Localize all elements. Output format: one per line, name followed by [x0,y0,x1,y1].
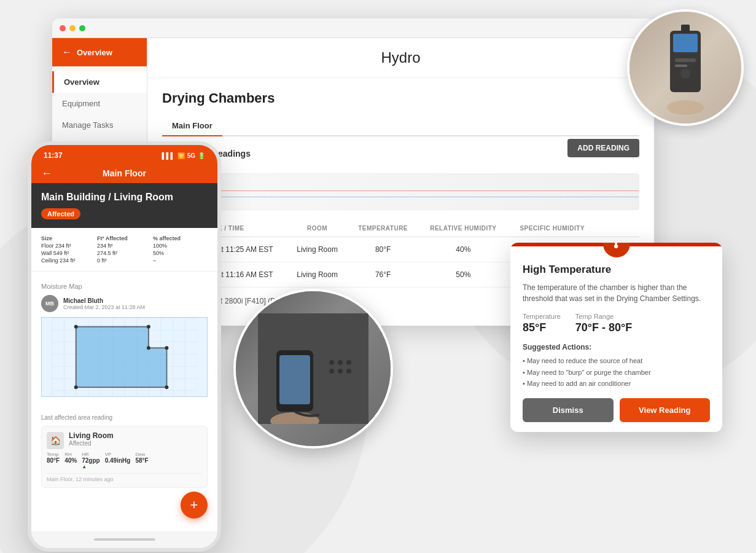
phone-use-photo [236,291,391,446]
fab-button[interactable]: + [181,492,208,519]
svg-point-22 [346,369,351,374]
map-creator: MB Michael Bluth Created Mar 2, 2023 at … [41,295,208,312]
sidebar-item-equipment[interactable]: Equipment [52,93,147,114]
svg-rect-11 [681,25,690,33]
page-title: Drying Chambers [162,90,639,106]
svg-rect-13 [675,58,696,62]
alert-title: High Temperature [523,264,710,276]
phone-last-reading: Last affected area reading 🏠 Living Room… [31,408,217,494]
svg-point-15 [667,100,704,115]
dismiss-button[interactable]: Dismiss [523,398,614,422]
reading-footer: Main Floor, 12 minutes ago [47,473,202,482]
browser-dot-yellow[interactable] [69,25,76,31]
main-header: Hydro [147,38,654,78]
reading-room-icon: 🏠 [47,432,64,449]
stats-ceiling-ft2: 0 ft² [97,257,152,264]
alert-temp-value: 85°F [523,321,561,334]
table-header-row: DATE / TIME Room TEMPERATURE RELATIVE HU… [162,220,639,237]
wifi-icon: 🛜 [177,152,185,159]
col-specific-humidity: SPECIFIC HUMIDITY [509,220,596,237]
cell-rh-2: 50% [418,262,508,288]
svg-point-3 [74,325,78,329]
cell-rh-1: 40% [418,237,508,262]
alert-suggestion-3: • May need to add an air conditioner [523,378,710,390]
alert-description: The temperature of the chamber is higher… [523,282,710,304]
tab-main-floor[interactable]: Main Floor [162,116,222,136]
alert-metrics-row: Temperature 85°F Temp Range 70°F - 80°F [523,313,710,334]
alert-metric-temp: Temperature 85°F [523,313,561,334]
cell-room-1: Living Room [287,237,348,262]
alert-suggested: Suggested Actions: • May need to reduce … [523,343,710,390]
stats-wall-size: Wall 549 ft² [41,250,96,256]
alert-temp-label: Temperature [523,313,561,320]
battery-icon: 🔋 [198,152,205,159]
stats-ft2-header: Ft² Affected [97,235,152,241]
photo-circle-phone-use [233,289,393,449]
phone-stats: Size Ft² Affected % affected Floor 234 f… [31,228,217,272]
stats-floor-ft2: 234 ft² [97,243,152,249]
tabs-row: Main Floor [162,116,639,136]
sidebar-overview-btn[interactable]: ← Overview [52,38,147,66]
metric-rh: RH 40% [64,452,77,469]
col-temperature: TEMPERATURE [348,220,418,237]
cell-temp-1: 80°F [348,237,418,262]
chart-area [162,173,639,210]
sidebar-item-overview[interactable]: Overview [52,71,147,93]
stats-wall-pct: 50% [153,250,208,256]
svg-rect-24 [279,355,310,404]
svg-rect-10 [673,34,698,52]
creator-avatar: MB [41,295,58,312]
alert-range-value: 70°F - 80°F [575,321,632,334]
app-title: Hydro [381,49,420,66]
chart-line-orange [163,190,639,191]
fab-container: + [31,494,217,531]
map-creator-info: Michael Bluth Created Mar 2, 2023 at 11:… [63,297,145,310]
svg-point-17 [329,360,334,365]
svg-point-6 [165,346,168,350]
signal-type: 5G [187,152,195,159]
affected-badge: Affected [41,208,80,219]
metric-temp: Temp 80°F [47,452,60,469]
last-reading-title: Last affected area reading [41,414,208,421]
add-reading-button[interactable]: ADD READING [567,139,639,157]
svg-point-21 [338,369,343,374]
phone-room-title: Main Building / Living Room [41,192,208,203]
view-reading-button[interactable]: View Reading [620,398,711,422]
svg-rect-14 [675,65,687,67]
signal-strength: ▌▌▌ [162,152,174,159]
browser-dot-red[interactable] [60,25,66,31]
reading-card: 🏠 Living Room Affected Temp 80°F RH 40% … [41,426,208,488]
phone-nav-title: Main Floor [103,168,146,178]
alert-metric-range: Temp Range 70°F - 80°F [575,313,632,334]
phone-back-button[interactable]: ← [41,167,52,180]
svg-point-7 [165,385,168,389]
svg-point-19 [346,360,351,365]
alert-suggestion-1: • May need to reduce the source of heat [523,355,710,367]
metric-dew: Dew 58°F [135,452,148,469]
col-actions [596,220,639,237]
alert-card: 🌡 High Temperature The temperature of th… [510,243,722,432]
phone-room-header: Main Building / Living Room Affected [31,183,217,228]
chart-line-blue [163,197,639,197]
phone-time: 11:37 [44,151,63,160]
map-section-title: Moisture Map [41,283,208,290]
phone-status-bar: 11:37 ▌▌▌ 🛜 5G 🔋 [31,145,217,163]
svg-point-20 [329,369,334,374]
svg-point-5 [147,346,150,350]
sidebar-overview-label: Overview [77,48,112,57]
home-indicator-bar [94,538,155,541]
browser-dot-green[interactable] [79,25,85,31]
alert-actions: Dismiss View Reading [523,398,710,422]
phone-map-section: Moisture Map MB Michael Bluth Created Ma… [31,276,217,403]
svg-point-4 [147,325,150,329]
phone-status-icons: ▌▌▌ 🛜 5G 🔋 [162,152,205,159]
stats-ceiling-pct: – [153,257,208,264]
sidebar-item-manage-tasks[interactable]: Manage Tasks [52,114,147,136]
metric-vp: VP 0.49inHg [105,452,131,469]
stats-pct-header: % affected [153,235,208,241]
alert-suggested-title: Suggested Actions: [523,343,710,351]
cell-room-2: Living Room [287,262,348,288]
stats-wall-ft2: 274.5 ft² [97,250,152,256]
phone-nav-bar: ← Main Floor [31,163,217,183]
stats-size-header: Size [41,235,96,241]
